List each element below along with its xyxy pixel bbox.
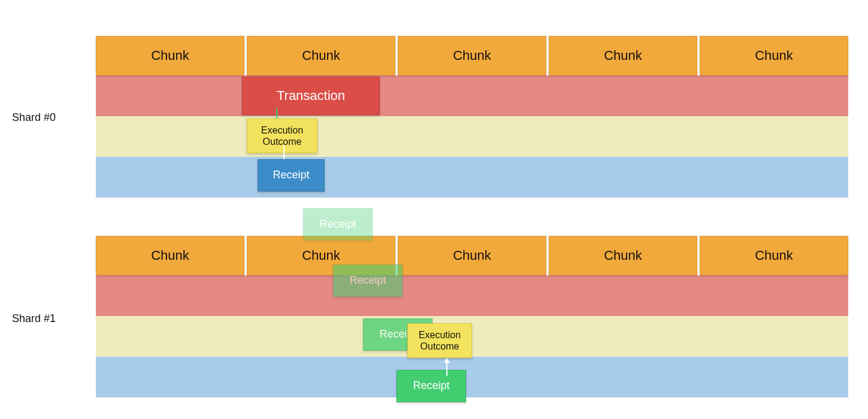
shard-1-band-transactions	[96, 275, 848, 316]
chunk-cell: Chunk	[398, 36, 546, 75]
shard-1-lanes: Chunk Chunk Chunk Chunk Chunk	[96, 236, 848, 397]
diagram-stage: Shard #0 Chunk Chunk Chunk Chunk Chunk S…	[0, 0, 868, 419]
shard-0-band-outcomes	[96, 116, 848, 157]
shard-0-label: Shard #0	[12, 111, 56, 124]
chunk-cell: Chunk	[700, 36, 848, 75]
chunk-cell: Chunk	[700, 236, 848, 275]
chunk-cell: Chunk	[549, 236, 697, 275]
shard-0-lanes: Chunk Chunk Chunk Chunk Chunk	[96, 36, 848, 198]
chunk-cell: Chunk	[96, 236, 244, 275]
shard-1-label: Shard #1	[12, 312, 56, 325]
shard-0-band-receipts	[96, 157, 848, 198]
chunk-cell: Chunk	[247, 36, 395, 75]
receipt-propagation-step-1: Receipt	[303, 208, 373, 241]
chunk-cell: Chunk	[398, 236, 546, 275]
chunk-cell: Chunk	[549, 36, 697, 75]
receipt-propagation-step-2: Receipt	[333, 265, 403, 297]
shard-1-band-receipts	[96, 357, 848, 397]
transaction-box: Transaction	[242, 77, 380, 115]
shard-0-band-transactions	[96, 75, 848, 116]
chunk-cell: Chunk	[96, 36, 244, 75]
receipt-box-shard0: Receipt	[258, 159, 325, 192]
receipt-box-shard1-final: Receipt	[397, 370, 466, 402]
execution-outcome-box-1: Execution Outcome	[407, 323, 472, 358]
shard-1-band-outcomes	[96, 316, 848, 357]
shard-0-chunk-row: Chunk Chunk Chunk Chunk Chunk	[96, 36, 848, 75]
shard-1-chunk-row: Chunk Chunk Chunk Chunk Chunk	[96, 236, 848, 275]
execution-outcome-box-0: Execution Outcome	[247, 119, 317, 153]
